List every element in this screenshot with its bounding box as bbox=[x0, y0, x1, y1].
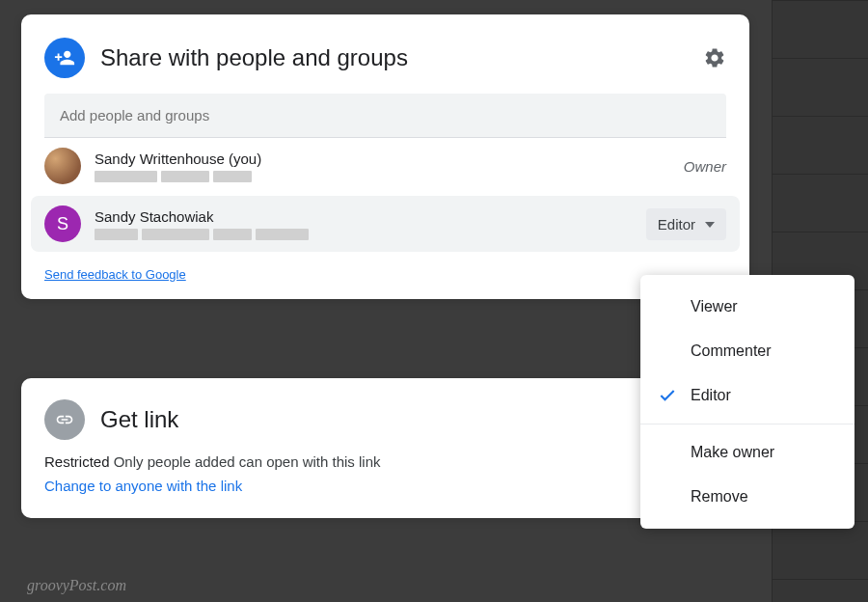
restricted-line: Restricted Only people added can open wi… bbox=[44, 453, 726, 470]
menu-item-make-owner[interactable]: Make owner bbox=[640, 430, 854, 475]
gear-icon[interactable] bbox=[703, 46, 726, 69]
person-name: Sandy Stachowiak bbox=[95, 208, 646, 225]
avatar bbox=[44, 148, 81, 184]
chevron-down-icon bbox=[705, 216, 715, 233]
restricted-label: Restricted bbox=[44, 453, 110, 470]
feedback-link[interactable]: Send feedback to Google bbox=[44, 267, 186, 282]
person-email-redacted bbox=[95, 171, 684, 182]
person-info: Sandy Writtenhouse (you) bbox=[95, 150, 684, 182]
person-row: S Sandy Stachowiak Editor bbox=[31, 196, 740, 252]
change-access-link[interactable]: Change to anyone with the link bbox=[44, 478, 242, 494]
share-title: Share with people and groups bbox=[100, 44, 703, 71]
menu-item-viewer[interactable]: Viewer bbox=[640, 285, 854, 329]
restricted-text: Only people added can open with this lin… bbox=[110, 453, 381, 470]
role-dropdown-button[interactable]: Editor bbox=[646, 208, 726, 240]
link-title: Get link bbox=[100, 406, 178, 433]
add-people-input-wrap bbox=[44, 94, 726, 138]
role-menu: Viewer Commenter Editor Make owner Remov… bbox=[640, 275, 854, 529]
avatar: S bbox=[44, 205, 81, 242]
menu-divider bbox=[640, 424, 854, 424]
role-dropdown-label: Editor bbox=[658, 216, 695, 233]
person-name: Sandy Writtenhouse (you) bbox=[95, 150, 684, 167]
add-people-input[interactable] bbox=[44, 94, 726, 138]
owner-label: Owner bbox=[684, 158, 726, 175]
person-email-redacted bbox=[95, 229, 646, 240]
menu-item-commenter[interactable]: Commenter bbox=[640, 329, 854, 373]
person-info: Sandy Stachowiak bbox=[95, 208, 646, 240]
share-dialog: Share with people and groups Sandy Writt… bbox=[21, 14, 749, 299]
link-icon bbox=[44, 399, 85, 440]
share-header: Share with people and groups bbox=[21, 14, 749, 94]
menu-item-remove[interactable]: Remove bbox=[640, 475, 854, 519]
watermark: groovyPost.com bbox=[27, 577, 126, 594]
people-plus-icon bbox=[44, 38, 85, 78]
person-row: Sandy Writtenhouse (you) Owner bbox=[21, 138, 749, 194]
check-icon bbox=[658, 386, 677, 405]
menu-item-editor[interactable]: Editor bbox=[640, 373, 854, 418]
link-header: Get link bbox=[44, 399, 726, 440]
